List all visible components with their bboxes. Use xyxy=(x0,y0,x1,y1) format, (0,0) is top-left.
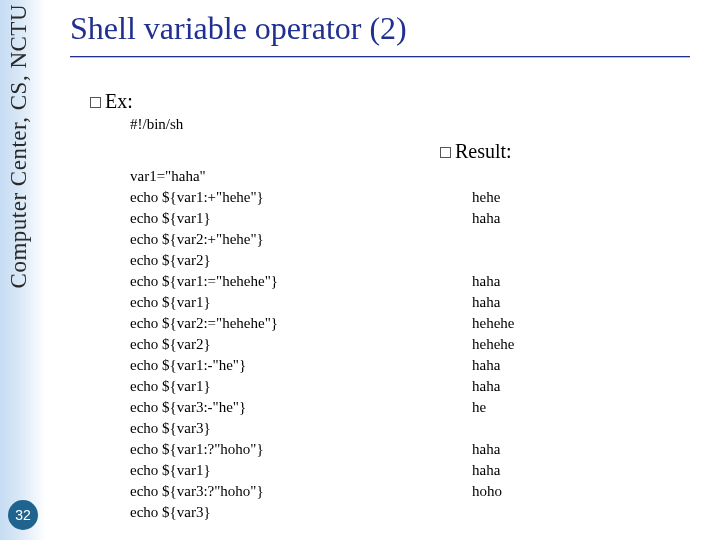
example-label: Ex: xyxy=(90,90,133,113)
sidebar-org-text: Computer Center, CS, NCTU xyxy=(6,4,32,288)
page-title: Shell variable operator (2) xyxy=(70,10,407,47)
output-block: hehe haha haha haha hehehe hehehe haha h… xyxy=(472,166,514,502)
page-number-badge: 32 xyxy=(8,500,38,530)
square-bullet-icon xyxy=(90,97,101,108)
square-bullet-icon xyxy=(440,147,451,158)
shebang-line: #!/bin/sh xyxy=(130,116,183,133)
title-underline xyxy=(70,56,690,58)
example-text: Ex: xyxy=(105,90,133,112)
result-text: Result: xyxy=(455,140,512,162)
sidebar: Computer Center, CS, NCTU 32 xyxy=(0,0,46,540)
code-block: var1="haha" echo ${var1:+"hehe"} echo ${… xyxy=(130,166,278,523)
result-label: Result: xyxy=(440,140,512,163)
